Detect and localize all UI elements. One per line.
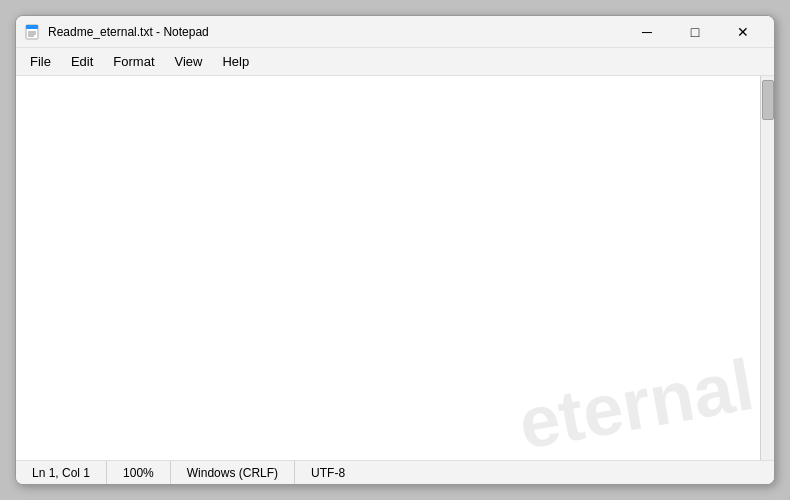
cursor-position: Ln 1, Col 1: [24, 461, 107, 484]
notepad-window: Readme_eternal.txt - Notepad ─ □ ✕ File …: [15, 15, 775, 485]
menu-edit[interactable]: Edit: [61, 50, 103, 73]
zoom-level: 100%: [107, 461, 171, 484]
text-editor[interactable]: [16, 76, 760, 460]
encoding: UTF-8: [295, 461, 361, 484]
menu-bar: File Edit Format View Help: [16, 48, 774, 76]
scrollbar-thumb[interactable]: [762, 80, 774, 120]
status-bar: Ln 1, Col 1 100% Windows (CRLF) UTF-8: [16, 460, 774, 484]
menu-format[interactable]: Format: [103, 50, 164, 73]
close-button[interactable]: ✕: [720, 16, 766, 48]
window-controls: ─ □ ✕: [624, 16, 766, 48]
maximize-button[interactable]: □: [672, 16, 718, 48]
window-title: Readme_eternal.txt - Notepad: [48, 25, 624, 39]
svg-rect-1: [26, 25, 38, 29]
menu-view[interactable]: View: [165, 50, 213, 73]
app-icon: [24, 24, 40, 40]
line-ending: Windows (CRLF): [171, 461, 295, 484]
menu-help[interactable]: Help: [212, 50, 259, 73]
minimize-button[interactable]: ─: [624, 16, 670, 48]
scrollbar-track[interactable]: [760, 76, 774, 460]
editor-area: eternal: [16, 76, 774, 460]
title-bar: Readme_eternal.txt - Notepad ─ □ ✕: [16, 16, 774, 48]
menu-file[interactable]: File: [20, 50, 61, 73]
